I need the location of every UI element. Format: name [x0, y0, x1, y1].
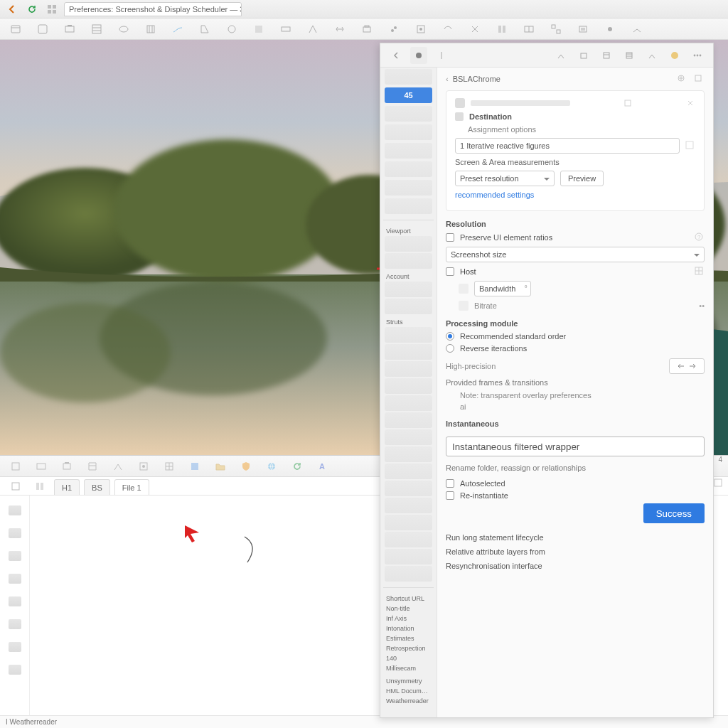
foot-link-2[interactable]: Relative attribute layers from	[446, 547, 705, 556]
res-host-chk[interactable]	[446, 267, 454, 276]
toolbar-btn-4[interactable]	[87, 21, 107, 38]
panel-ico-c[interactable]	[598, 47, 615, 64]
dest-footer-link[interactable]: recommended settings	[455, 191, 534, 199]
nav-item-active[interactable]: 45	[385, 87, 432, 103]
lw-side-4[interactable]	[9, 574, 21, 584]
panel-ico-b[interactable]	[575, 47, 592, 64]
nav-item-grp4-0[interactable]	[385, 515, 432, 530]
nav-item-6[interactable]	[385, 180, 432, 196]
toolbar-btn-2[interactable]	[33, 21, 53, 38]
res-checkbox[interactable]	[446, 233, 454, 242]
back-icon[interactable]	[4, 1, 20, 17]
card-dest-action-1[interactable]	[623, 98, 633, 108]
nav-footer-0[interactable]: Shortcut URL	[380, 592, 437, 602]
lw-side-5[interactable]	[9, 596, 21, 606]
nav-item-grp2-1[interactable]	[385, 344, 432, 360]
lw-side-2[interactable]	[9, 528, 21, 538]
toolbar-btn-11[interactable]	[276, 21, 296, 38]
panel-ico-e[interactable]	[643, 47, 660, 64]
res-bandwidth-input[interactable]: Bandwidth °	[474, 281, 531, 296]
proc-link[interactable]: Provided frames & transitions	[446, 378, 548, 387]
nav-footer-3[interactable]: Intonation	[380, 622, 437, 632]
panel-ico-d[interactable]	[621, 47, 638, 64]
nav-item-0[interactable]	[385, 69, 432, 85]
reload-icon[interactable]	[24, 1, 40, 17]
lw-btn-folder[interactable]	[210, 458, 230, 475]
lw-side-7[interactable]	[9, 642, 21, 652]
dest-selector-dropdown[interactable]: Preset resolution	[455, 171, 555, 186]
nav-item-grp2-4[interactable]	[385, 395, 432, 411]
nav-item-3[interactable]	[385, 124, 432, 140]
nav-item-grp3-3[interactable]	[385, 481, 432, 496]
panel-ico-more[interactable]	[689, 47, 706, 64]
panel-ico-line[interactable]	[433, 47, 450, 64]
dest-preset-input[interactable]: 1 Iterative reactive figures	[455, 138, 680, 154]
nav-footer-1[interactable]: Non-title	[380, 602, 437, 612]
lw-btn-4[interactable]	[82, 458, 102, 475]
nav-footer-10[interactable]: HML Documents	[380, 685, 437, 695]
window-title[interactable]: Preferences: Screenshot & Display Schedu…	[64, 2, 242, 16]
panel-ico-dot[interactable]	[410, 47, 427, 64]
nav-item-grp3-2[interactable]	[385, 464, 432, 479]
lw-btn-5[interactable]	[108, 458, 128, 475]
lw-tab-1[interactable]: H1	[54, 479, 80, 495]
proc-radio-2[interactable]	[446, 344, 454, 353]
toolbar-btn-20[interactable]	[519, 21, 539, 38]
toolbar-btn-22[interactable]	[573, 21, 593, 38]
lw-btn-3[interactable]	[57, 458, 77, 475]
res-grid-icon[interactable]	[695, 267, 705, 277]
lw-tabbar-ico-1[interactable]	[6, 478, 26, 495]
lw-btn-refresh[interactable]	[287, 458, 307, 475]
toolbar-btn-3[interactable]	[60, 21, 80, 38]
nav-item-grp4-2[interactable]	[385, 549, 432, 564]
lw-tab-2[interactable]: BS	[84, 479, 110, 495]
lw-tabbar-ico-2[interactable]	[30, 478, 50, 495]
toolbar-btn-1[interactable]	[6, 21, 26, 38]
lw-side-6[interactable]	[9, 619, 21, 629]
nav-item-grp2-2[interactable]	[385, 361, 432, 377]
nav-footer-9[interactable]: Unsymmetry	[380, 675, 437, 685]
toolbar-btn-7[interactable]	[168, 21, 188, 38]
lw-btn-globe[interactable]	[262, 458, 282, 475]
lw-side-8[interactable]	[9, 665, 21, 675]
nav-footer-4[interactable]: Estimates	[380, 632, 437, 642]
lw-btn-6[interactable]	[134, 458, 154, 475]
inst-chk-2[interactable]	[446, 491, 454, 500]
lw-side-3[interactable]	[9, 551, 21, 561]
toolbar-btn-24[interactable]	[627, 21, 647, 38]
toolbar-btn-16[interactable]	[411, 21, 431, 38]
nav-footer-7[interactable]: Millisecam	[380, 662, 437, 672]
nav-footer-6[interactable]: 140	[380, 652, 437, 662]
res-bitrate-side[interactable]: ••	[699, 301, 705, 310]
breadcrumb-back-icon[interactable]: ‹	[446, 75, 449, 83]
foot-link-3[interactable]: Resynchronisation interface	[446, 562, 705, 570]
lw-side-1[interactable]	[9, 505, 21, 515]
lw-btn-8[interactable]	[185, 458, 205, 475]
panel-content[interactable]: ‹ BSLAChrome Destination Assignment opti…	[437, 68, 713, 717]
foot-link-1[interactable]: Run long statement lifecycle	[446, 533, 705, 542]
toolbar-btn-18[interactable]	[465, 21, 485, 38]
nav-footer-11[interactable]: Weatherreader	[380, 695, 437, 705]
panel-ico-a[interactable]	[552, 47, 569, 64]
nav-item-grp1-1[interactable]	[385, 299, 432, 314]
nav-item-grp0-0[interactable]	[385, 236, 432, 252]
nav-item-grp4-1[interactable]	[385, 532, 432, 547]
toolbar-btn-19[interactable]	[492, 21, 512, 38]
nav-item-4[interactable]	[385, 143, 432, 159]
toolbar-btn-10[interactable]	[249, 21, 269, 38]
toolbar-btn-21[interactable]	[546, 21, 566, 38]
nav-item-grp3-0[interactable]	[385, 429, 432, 445]
breadcrumb-action-1[interactable]	[676, 73, 687, 85]
card-dest-action-2[interactable]	[685, 98, 695, 108]
panel-ico-warn[interactable]	[666, 47, 683, 64]
res-dropdown[interactable]: Screenshot size	[446, 247, 705, 262]
proc-ghost-btn[interactable]	[669, 358, 705, 374]
toolbar-btn-8[interactable]	[195, 21, 215, 38]
nav-item-7[interactable]	[385, 198, 432, 214]
lw-btn-text[interactable]: A	[313, 458, 333, 475]
dest-preset-side[interactable]	[685, 141, 695, 151]
proc-radio-1[interactable]	[446, 332, 454, 341]
nav-item-grp2-3[interactable]	[385, 378, 432, 394]
toolbar-btn-6[interactable]	[141, 21, 161, 38]
breadcrumb-action-2[interactable]	[693, 73, 705, 85]
